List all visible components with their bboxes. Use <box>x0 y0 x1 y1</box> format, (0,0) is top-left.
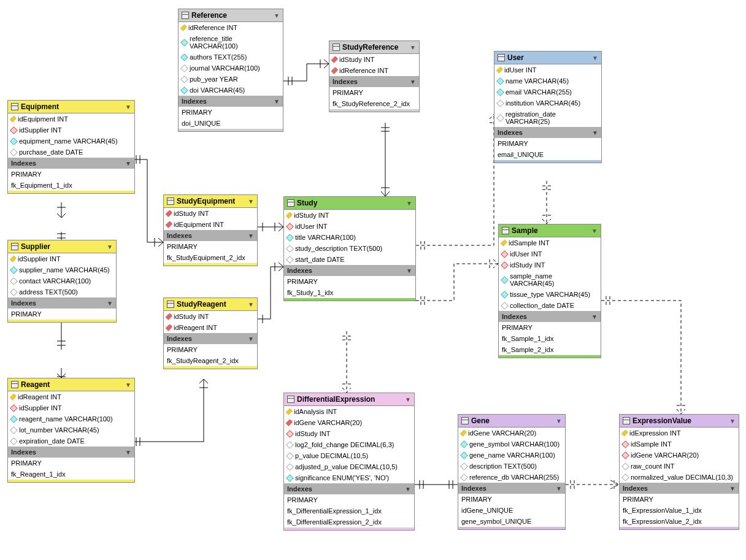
index-row[interactable]: fk_DifferentialExpression_1_idx <box>284 505 414 516</box>
collapse-icon[interactable]: ▼ <box>591 228 598 234</box>
index-row[interactable]: fk_DifferentialExpression_2_idx <box>284 516 414 527</box>
collapse-icon[interactable]: ▼ <box>248 198 254 205</box>
entity-header[interactable]: User▼ <box>494 52 601 64</box>
indexes-header[interactable]: Indexes▼ <box>284 265 415 276</box>
collapse-icon[interactable]: ▼ <box>592 129 598 136</box>
column-row[interactable]: contact VARCHAR(100) <box>8 275 116 286</box>
column-row[interactable]: idStudy INT <box>499 259 601 270</box>
index-row[interactable]: fk_Sample_2_idx <box>499 344 601 355</box>
column-row[interactable]: name VARCHAR(45) <box>494 75 601 86</box>
collapse-icon[interactable]: ▼ <box>125 160 131 167</box>
entity-header[interactable]: Study▼ <box>284 197 415 210</box>
index-row[interactable]: PRIMARY <box>494 138 601 149</box>
indexes-header[interactable]: Indexes▼ <box>499 311 601 322</box>
column-row[interactable]: sample_name VARCHAR(45) <box>499 270 601 289</box>
indexes-header[interactable]: Indexes▼ <box>179 96 283 107</box>
column-row[interactable]: registration_date VARCHAR(25) <box>494 109 601 127</box>
column-row[interactable]: start_date DATE <box>284 254 415 265</box>
column-row[interactable]: idStudy INT <box>329 54 419 65</box>
column-row[interactable]: journal VARCHAR(100) <box>179 63 283 74</box>
column-row[interactable]: pub_year YEAR <box>179 74 283 85</box>
column-row[interactable]: purchase_date DATE <box>8 147 134 158</box>
indexes-header[interactable]: Indexes▼ <box>8 447 134 458</box>
collapse-icon[interactable]: ▼ <box>410 79 416 85</box>
index-row[interactable]: fk_Study_1_idx <box>284 287 415 298</box>
index-row[interactable]: fk_Reagent_1_idx <box>8 469 134 480</box>
index-row[interactable]: fk_Equipment_1_idx <box>8 180 134 191</box>
entity-header[interactable]: StudyEquipment▼ <box>164 195 257 208</box>
column-row[interactable]: gene_name VARCHAR(100) <box>458 450 565 461</box>
column-row[interactable]: study_description TEXT(500) <box>284 243 415 254</box>
column-row[interactable]: idUser INT <box>499 248 601 259</box>
column-row[interactable]: idReagent INT <box>8 391 134 402</box>
index-row[interactable]: gene_symbol_UNIQUE <box>458 516 565 527</box>
column-row[interactable]: reference_db VARCHAR(255) <box>458 472 565 483</box>
index-row[interactable]: PRIMARY <box>8 309 116 320</box>
column-row[interactable]: gene_symbol VARCHAR(100) <box>458 439 565 450</box>
entity-study[interactable]: Study▼idStudy INTidUser INTtitle VARCHAR… <box>283 196 416 301</box>
collapse-icon[interactable]: ▼ <box>248 232 254 239</box>
collapse-icon[interactable]: ▼ <box>729 418 736 424</box>
index-row[interactable]: PRIMARY <box>8 458 134 469</box>
collapse-icon[interactable]: ▼ <box>556 418 562 424</box>
index-row[interactable]: fk_ExpressionValue_2_idx <box>620 516 739 527</box>
column-row[interactable]: adjusted_p_value DECIMAL(10,5) <box>284 461 414 472</box>
indexes-header[interactable]: Indexes▼ <box>284 483 414 494</box>
column-row[interactable]: title VARCHAR(100) <box>284 232 415 243</box>
entity-gene[interactable]: Gene▼idGene VARCHAR(20)gene_symbol VARCH… <box>458 414 566 530</box>
column-row[interactable]: idAnalysis INT <box>284 406 414 417</box>
column-row[interactable]: idReference INT <box>179 22 283 33</box>
collapse-icon[interactable]: ▼ <box>125 449 131 456</box>
indexes-header[interactable]: Indexes▼ <box>494 127 601 138</box>
collapse-icon[interactable]: ▼ <box>405 486 411 493</box>
column-row[interactable]: idReference INT <box>329 65 419 76</box>
index-row[interactable]: PRIMARY <box>284 276 415 287</box>
index-row[interactable]: fk_Sample_1_idx <box>499 333 601 344</box>
entity-header[interactable]: ExpressionValue▼ <box>620 415 739 428</box>
entity-user[interactable]: User▼idUser INTname VARCHAR(45)email VAR… <box>494 51 602 163</box>
column-row[interactable]: raw_count INT <box>620 461 739 472</box>
entity-equipment[interactable]: Equipment▼idEquipment INTidSupplier INTe… <box>7 100 135 194</box>
index-row[interactable]: idGene_UNIQUE <box>458 505 565 516</box>
column-row[interactable]: log2_fold_change DECIMAL(6,3) <box>284 439 414 450</box>
column-row[interactable]: authors TEXT(255) <box>179 52 283 63</box>
index-row[interactable]: PRIMARY <box>8 169 134 180</box>
collapse-icon[interactable]: ▼ <box>406 200 412 207</box>
entity-supplier[interactable]: Supplier▼idSupplier INTsupplier_name VAR… <box>7 240 117 323</box>
column-row[interactable]: address TEXT(500) <box>8 286 116 297</box>
column-row[interactable]: idEquipment INT <box>8 113 134 125</box>
column-row[interactable]: idStudy INT <box>164 311 257 322</box>
column-row[interactable]: idGene VARCHAR(20) <box>284 417 414 428</box>
collapse-icon[interactable]: ▼ <box>591 313 598 320</box>
entity-header[interactable]: Supplier▼ <box>8 240 116 253</box>
collapse-icon[interactable]: ▼ <box>556 485 562 492</box>
column-row[interactable]: reference_title VARCHAR(100) <box>179 33 283 52</box>
entity-studyreagent[interactable]: StudyReagent▼idStudy INTidReagent INTInd… <box>163 297 258 369</box>
column-row[interactable]: normalized_value DECIMAL(10,3) <box>620 472 739 483</box>
indexes-header[interactable]: Indexes▼ <box>164 333 257 344</box>
entity-reagent[interactable]: Reagent▼idReagent INTidSupplier INTreage… <box>7 378 135 483</box>
index-row[interactable]: fk_StudyEquipment_2_idx <box>164 252 257 263</box>
collapse-icon[interactable]: ▼ <box>729 485 736 492</box>
column-row[interactable]: tissue_type VARCHAR(45) <box>499 289 601 300</box>
column-row[interactable]: idSample INT <box>620 439 739 450</box>
indexes-header[interactable]: Indexes▼ <box>458 483 565 494</box>
column-row[interactable]: idReagent INT <box>164 322 257 333</box>
column-row[interactable]: idStudy INT <box>164 208 257 219</box>
entity-studyequipment[interactable]: StudyEquipment▼idStudy INTidEquipment IN… <box>163 194 258 266</box>
entity-header[interactable]: DifferentialExpression▼ <box>284 393 414 406</box>
index-row[interactable]: doi_UNIQUE <box>179 118 283 129</box>
collapse-icon[interactable]: ▼ <box>410 44 416 51</box>
collapse-icon[interactable]: ▼ <box>107 244 113 250</box>
collapse-icon[interactable]: ▼ <box>405 396 411 403</box>
column-row[interactable]: p_value DECIMAL(10,5) <box>284 450 414 461</box>
collapse-icon[interactable]: ▼ <box>274 12 280 19</box>
collapse-icon[interactable]: ▼ <box>248 336 254 342</box>
entity-header[interactable]: Reference▼ <box>179 9 283 22</box>
entity-sample[interactable]: Sample▼idSample INTidUser INTidStudy INT… <box>498 224 601 358</box>
indexes-header[interactable]: Indexes▼ <box>620 483 739 494</box>
indexes-header[interactable]: Indexes▼ <box>164 230 257 241</box>
index-row[interactable]: fk_StudyReagent_2_idx <box>164 355 257 366</box>
index-row[interactable]: PRIMARY <box>499 322 601 333</box>
index-row[interactable]: PRIMARY <box>164 241 257 252</box>
